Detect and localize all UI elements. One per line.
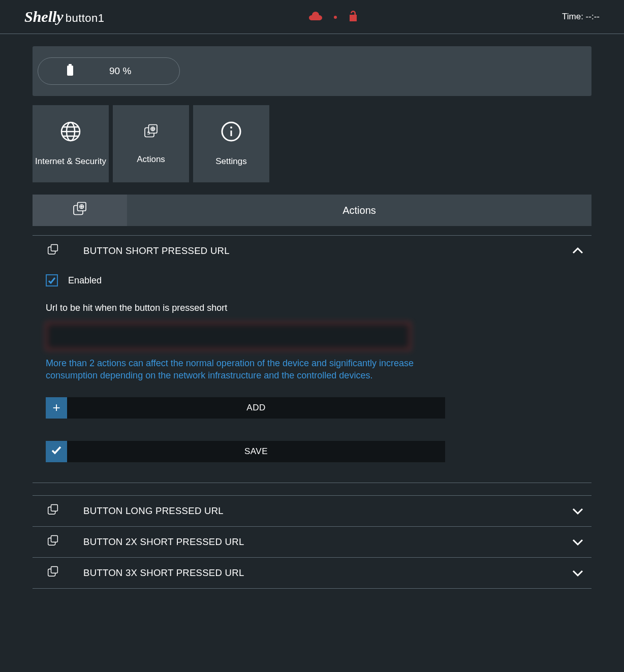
check-icon bbox=[51, 443, 62, 459]
plus-icon: + bbox=[52, 400, 60, 415]
chevron-down-icon bbox=[571, 566, 584, 580]
tab-bar: Actions bbox=[33, 195, 591, 226]
tile-label: Actions bbox=[137, 154, 165, 165]
actions-icon bbox=[71, 200, 89, 220]
add-button-row: + ADD bbox=[46, 397, 445, 419]
status-bar: 90 % bbox=[33, 46, 591, 96]
save-label: SAVE bbox=[244, 446, 268, 457]
tile-label: Internet & Security bbox=[35, 156, 106, 167]
svg-rect-20 bbox=[51, 245, 58, 251]
url-input[interactable] bbox=[46, 323, 411, 350]
section-title: BUTTON SHORT PRESSED URL bbox=[83, 245, 548, 257]
chevron-down-icon bbox=[571, 504, 584, 518]
tab-actions[interactable]: Actions bbox=[127, 195, 591, 226]
add-label: ADD bbox=[246, 403, 265, 413]
enabled-row: Enabled bbox=[46, 274, 591, 286]
battery-indicator: 90 % bbox=[38, 57, 180, 85]
svg-rect-21 bbox=[51, 504, 58, 511]
battery-percent: 90 % bbox=[109, 66, 131, 77]
info-icon bbox=[220, 120, 242, 145]
save-button-row: SAVE bbox=[46, 441, 445, 462]
actions-icon: S bbox=[142, 122, 160, 143]
section-title: BUTTON 2X SHORT PRESSED URL bbox=[83, 536, 548, 548]
cloud-icon bbox=[309, 11, 322, 22]
svg-rect-23 bbox=[51, 566, 58, 573]
battery-icon bbox=[67, 64, 74, 78]
actions-icon bbox=[46, 243, 60, 259]
svg-point-14 bbox=[230, 126, 232, 129]
chevron-down-icon bbox=[571, 535, 584, 549]
tile-internet-security[interactable]: Internet & Security bbox=[33, 105, 109, 182]
app-header: Shelly button1 Time: --:-- bbox=[0, 0, 624, 34]
section-header-short-press[interactable]: BUTTON SHORT PRESSED URL bbox=[33, 236, 591, 266]
dot-icon bbox=[333, 12, 337, 21]
actions-icon bbox=[46, 534, 60, 550]
nav-tiles: Internet & Security S Actions Settings bbox=[33, 105, 591, 182]
actions-icon bbox=[46, 503, 60, 519]
section-title: BUTTON LONG PRESSED URL bbox=[83, 505, 548, 517]
save-button[interactable]: SAVE bbox=[67, 441, 445, 462]
main-content: 90 % Internet & Security S Actions bbox=[0, 34, 624, 639]
svg-rect-2 bbox=[67, 66, 73, 76]
add-plus-button[interactable]: + bbox=[46, 397, 67, 419]
actions-icon bbox=[46, 565, 60, 581]
svg-text:S: S bbox=[147, 131, 150, 136]
clock-display: Time: --:-- bbox=[562, 12, 600, 22]
enabled-label: Enabled bbox=[68, 275, 102, 286]
save-check-button[interactable] bbox=[46, 441, 67, 462]
tab-icon-actions[interactable] bbox=[33, 195, 127, 226]
section-header-3x-short-press[interactable]: BUTTON 3X SHORT PRESSED URL bbox=[33, 557, 591, 589]
tab-label: Actions bbox=[342, 205, 376, 216]
action-description: Url to be hit when the button is pressed… bbox=[46, 303, 591, 313]
tile-actions[interactable]: S Actions bbox=[113, 105, 189, 182]
tile-settings[interactable]: Settings bbox=[193, 105, 269, 182]
svg-rect-1 bbox=[69, 64, 72, 66]
brand-name: Shelly bbox=[24, 8, 64, 25]
svg-point-0 bbox=[334, 16, 337, 19]
action-section-expanded: BUTTON SHORT PRESSED URL Enabled Url to … bbox=[33, 235, 591, 483]
brand-logo: Shelly button1 bbox=[24, 8, 105, 25]
globe-icon bbox=[59, 120, 82, 145]
collapsed-actions-list: BUTTON LONG PRESSED URL BUTTON 2X SHORT … bbox=[33, 495, 591, 589]
unlock-icon bbox=[349, 10, 358, 23]
chevron-up-icon bbox=[571, 244, 584, 258]
tile-label: Settings bbox=[215, 156, 246, 167]
add-button[interactable]: ADD bbox=[67, 397, 445, 419]
warning-text: More than 2 actions can affect the norma… bbox=[46, 357, 442, 382]
section-header-2x-short-press[interactable]: BUTTON 2X SHORT PRESSED URL bbox=[33, 526, 591, 557]
enabled-checkbox[interactable] bbox=[46, 274, 58, 286]
section-header-long-press[interactable]: BUTTON LONG PRESSED URL bbox=[33, 495, 591, 526]
section-title: BUTTON 3X SHORT PRESSED URL bbox=[83, 567, 548, 579]
product-name: button1 bbox=[66, 12, 105, 25]
svg-rect-22 bbox=[51, 535, 58, 542]
header-status-icons bbox=[309, 10, 358, 23]
section-body: Enabled Url to be hit when the button is… bbox=[33, 266, 591, 483]
